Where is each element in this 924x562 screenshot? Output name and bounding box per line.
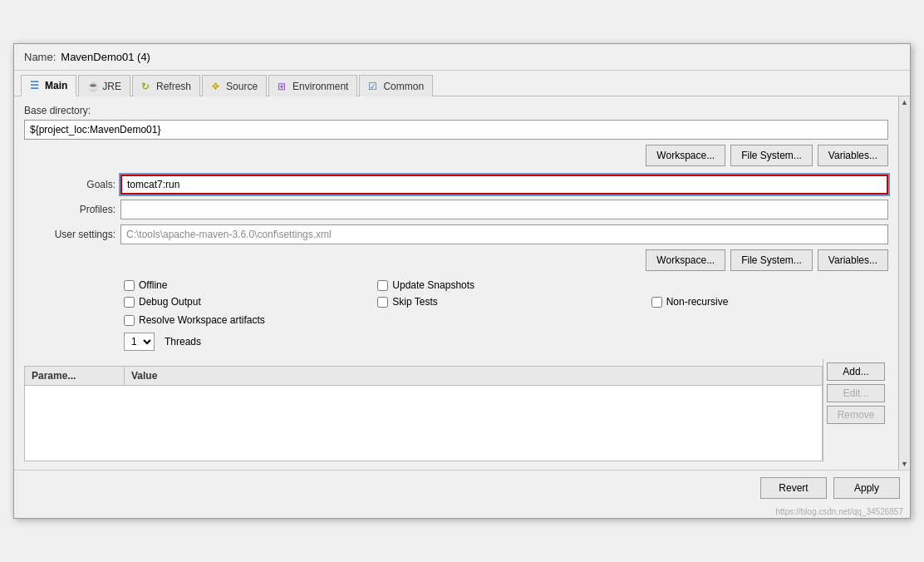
refresh-icon: ↻ [141, 81, 153, 92]
revert-button[interactable]: Revert [760, 477, 827, 499]
source-icon: ❖ [211, 81, 223, 92]
update-snapshots-checkbox-item: Update Snapshots [377, 279, 634, 291]
main-content: Base directory: Workspace... File System… [14, 96, 898, 470]
empty-cell [651, 279, 888, 291]
environment-icon: ⊞ [278, 81, 289, 92]
add-button[interactable]: Add... [827, 362, 885, 381]
user-settings-buttons: Workspace... File System... Variables... [24, 249, 888, 271]
user-settings-label: User settings: [24, 229, 116, 240]
table-body [25, 386, 822, 461]
debug-output-checkbox-item: Debug Output [124, 296, 361, 308]
profiles-input[interactable] [120, 200, 888, 219]
tab-environment[interactable]: ⊞ Environment [268, 75, 357, 96]
jre-icon: ☕ [87, 81, 99, 92]
table-header: Parame... Value [25, 367, 822, 386]
tab-refresh[interactable]: ↻ Refresh [132, 75, 200, 96]
user-settings-row: User settings: [24, 224, 888, 244]
update-snapshots-label: Update Snapshots [392, 279, 474, 291]
tab-refresh-label: Refresh [156, 81, 191, 92]
skip-tests-checkbox[interactable] [377, 297, 388, 308]
value-column-header: Value [125, 367, 822, 385]
profiles-label: Profiles: [24, 204, 116, 215]
edit-button[interactable]: Edit... [827, 384, 885, 402]
tab-common-label: Common [383, 81, 424, 92]
base-directory-input[interactable] [24, 120, 888, 140]
remove-button[interactable]: Remove [827, 406, 885, 424]
name-value: MavenDemo01 (4) [61, 51, 150, 63]
name-label: Name: [24, 51, 56, 63]
main-scroll-area: Base directory: Workspace... File System… [14, 96, 910, 470]
apply-button[interactable]: Apply [833, 477, 900, 499]
main-icon: ☰ [30, 80, 42, 91]
base-directory-label: Base directory: [24, 105, 888, 116]
file-system-button-2[interactable]: File System... [730, 249, 813, 271]
dialog: Name: MavenDemo01 (4) ☰ Main ☕ JRE ↻ Ref… [13, 43, 911, 519]
table-section: Parame... Value [24, 366, 823, 461]
dialog-footer: Revert Apply [14, 470, 910, 505]
update-snapshots-checkbox[interactable] [377, 280, 388, 291]
content-panel: Base directory: Workspace... File System… [14, 96, 898, 470]
title-bar: Name: MavenDemo01 (4) [14, 44, 910, 71]
user-settings-input[interactable] [120, 224, 888, 244]
tab-bar: ☰ Main ☕ JRE ↻ Refresh ❖ Source ⊞ Enviro… [14, 71, 910, 96]
tab-jre-label: JRE [102, 81, 121, 92]
resolve-workspace-label: Resolve Workspace artifacts [139, 314, 265, 326]
parameters-table-area: Parame... Value Add... Edit... Remove [24, 359, 888, 461]
offline-label: Offline [139, 279, 167, 291]
non-recursive-label: Non-recursive [666, 296, 729, 308]
threads-row: 1 2 4 8 Threads [124, 333, 888, 351]
main-scrollbar[interactable]: ▲ ▼ [898, 96, 910, 470]
watermark: https://blog.csdn.net/qq_34526857 [14, 505, 910, 518]
tab-main[interactable]: ☰ Main [21, 75, 76, 96]
goals-row: Goals: [24, 175, 888, 195]
tab-main-label: Main [45, 80, 67, 91]
checkbox-grid: Offline Update Snapshots Debug Output [124, 279, 888, 308]
non-recursive-checkbox[interactable] [651, 297, 662, 308]
debug-output-checkbox[interactable] [124, 297, 135, 308]
skip-tests-label: Skip Tests [392, 296, 437, 308]
offline-checkbox[interactable] [124, 280, 135, 291]
variables-button-2[interactable]: Variables... [818, 249, 888, 271]
goals-label: Goals: [24, 179, 116, 190]
common-icon: ☑ [368, 81, 380, 92]
param-column-header: Parame... [25, 367, 125, 385]
workspace-button-2[interactable]: Workspace... [646, 249, 725, 271]
resolve-workspace-checkbox[interactable] [124, 315, 135, 326]
base-dir-buttons: Workspace... File System... Variables... [24, 145, 888, 166]
table-action-buttons: Add... Edit... Remove [823, 359, 888, 461]
variables-button-1[interactable]: Variables... [818, 145, 888, 166]
debug-output-label: Debug Output [139, 296, 201, 308]
tab-environment-label: Environment [292, 81, 348, 92]
offline-checkbox-item: Offline [124, 279, 361, 291]
checkbox-section: Offline Update Snapshots Debug Output [124, 279, 888, 351]
tab-common[interactable]: ☑ Common [359, 75, 433, 96]
profiles-row: Profiles: [24, 200, 888, 219]
non-recursive-checkbox-item: Non-recursive [651, 296, 888, 308]
goals-input[interactable] [120, 175, 888, 195]
file-system-button-1[interactable]: File System... [730, 145, 813, 166]
tab-jre[interactable]: ☕ JRE [78, 75, 130, 96]
workspace-button-1[interactable]: Workspace... [646, 145, 725, 166]
skip-tests-checkbox-item: Skip Tests [377, 296, 634, 308]
scroll-down-arrow[interactable]: ▼ [899, 458, 911, 470]
resolve-workspace-checkbox-item: Resolve Workspace artifacts [124, 314, 888, 326]
threads-label: Threads [165, 336, 201, 348]
tab-source-label: Source [226, 81, 258, 92]
base-dir-row [24, 120, 888, 140]
threads-select[interactable]: 1 2 4 8 [124, 333, 155, 351]
scroll-up-arrow[interactable]: ▲ [899, 96, 911, 108]
tab-source[interactable]: ❖ Source [202, 75, 267, 96]
parameters-table: Parame... Value [24, 359, 823, 461]
